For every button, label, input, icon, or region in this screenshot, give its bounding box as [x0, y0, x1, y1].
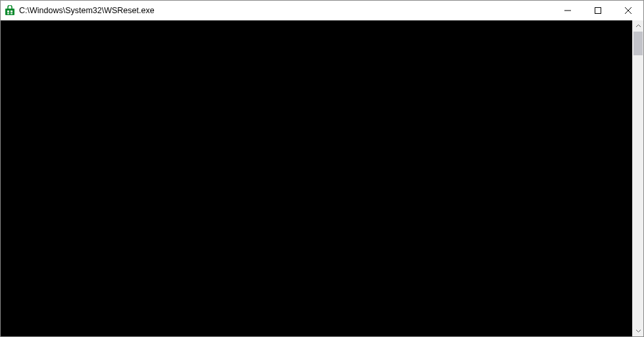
vertical-scrollbar[interactable]	[632, 20, 643, 336]
chevron-up-icon	[635, 23, 641, 29]
minimize-icon	[564, 7, 571, 14]
window-controls	[553, 1, 643, 20]
close-button[interactable]	[613, 1, 643, 20]
console-output[interactable]	[1, 20, 632, 336]
minimize-button[interactable]	[553, 1, 583, 20]
client-area	[1, 20, 643, 336]
maximize-button[interactable]	[583, 1, 613, 20]
svg-rect-2	[11, 11, 12, 13]
svg-rect-4	[11, 13, 12, 14]
maximize-icon	[595, 7, 601, 14]
scroll-track[interactable]	[633, 32, 643, 325]
window-title: C:\Windows\System32\WSReset.exe	[19, 6, 553, 15]
svg-rect-3	[7, 13, 9, 14]
scroll-thumb[interactable]	[633, 32, 643, 55]
console-window: C:\Windows\System32\WSReset.exe	[0, 0, 644, 337]
scroll-up-button[interactable]	[633, 20, 643, 32]
svg-rect-1	[7, 11, 9, 13]
titlebar[interactable]: C:\Windows\System32\WSReset.exe	[1, 1, 643, 20]
scroll-down-button[interactable]	[633, 325, 643, 336]
svg-rect-0	[5, 9, 14, 15]
close-icon	[625, 7, 632, 14]
store-icon	[5, 5, 15, 16]
chevron-down-icon	[635, 328, 641, 334]
svg-rect-6	[595, 8, 601, 14]
